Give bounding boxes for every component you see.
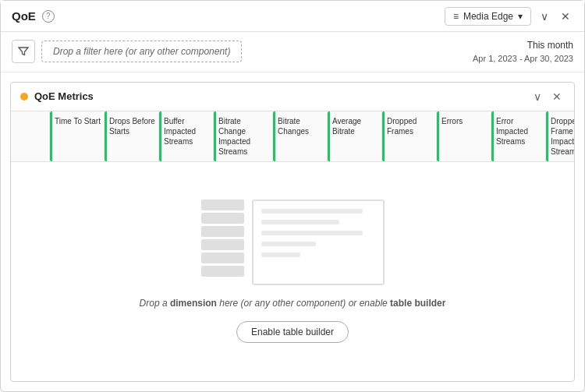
col-label: Errors <box>441 116 463 126</box>
panel-collapse-icon[interactable]: ∨ <box>530 89 544 104</box>
col-label: Time To Start <box>55 116 101 126</box>
filter-placeholder: Drop a filter here (or any other compone… <box>53 46 230 57</box>
empty-illustration <box>201 200 385 285</box>
filter-button[interactable] <box>12 40 35 63</box>
green-bar-icon <box>328 111 330 161</box>
panel-close-icon[interactable]: ✕ <box>549 89 565 104</box>
illus-right <box>252 200 385 285</box>
green-bar-icon <box>159 111 161 161</box>
builder-text: table builder <box>390 298 445 309</box>
date-range: Apr 1, 2023 - Apr 30, 2023 <box>473 52 573 65</box>
table-header-row: Time To Start Drops Before Starts Buffer… <box>11 111 574 162</box>
illus-row-1 <box>201 200 244 210</box>
illus-row-2 <box>201 213 244 224</box>
filter-drop-zone[interactable]: Drop a filter here (or any other compone… <box>41 41 242 62</box>
dropdown-chevron-icon: ▾ <box>518 11 523 22</box>
orange-dot-icon <box>20 93 28 101</box>
illus-line-1 <box>261 209 363 214</box>
col-label: Error Impacted Streams <box>496 116 542 147</box>
green-bar-icon <box>382 111 385 161</box>
col-label: Buffer Impacted Streams <box>164 116 210 147</box>
col-header-drops-before-starts: Drops Before Starts <box>105 111 159 161</box>
green-bar-icon <box>50 111 52 161</box>
date-period: This month <box>473 38 573 52</box>
green-bar-icon <box>437 111 439 161</box>
green-bar-icon <box>491 111 494 161</box>
qoe-metrics-panel: QoE Metrics ∨ ✕ Time To Start Drops Befo… <box>10 82 575 383</box>
col-label: Bitrate Change Impacted Streams <box>218 116 269 157</box>
col-header-bitrate-change-impacted: Bitrate Change Impacted Streams <box>214 111 273 161</box>
col-header-avg-bitrate: Average Bitrate <box>328 111 382 161</box>
app-window: QoE ? ≡ Media Edge ▾ ∨ ✕ Drop a filter h… <box>0 0 585 392</box>
illus-row-6 <box>201 266 244 277</box>
panel-title: QoE Metrics <box>34 90 94 102</box>
green-bar-icon <box>546 111 548 161</box>
filter-icon <box>18 46 29 57</box>
filter-left: Drop a filter here (or any other compone… <box>12 40 242 63</box>
col-header-empty <box>11 111 50 161</box>
date-info: This month Apr 1, 2023 - Apr 30, 2023 <box>473 38 573 65</box>
title-bar: QoE ? ≡ Media Edge ▾ ∨ ✕ <box>1 1 584 32</box>
col-header-dropped-frames: Dropped Frames <box>382 111 437 161</box>
empty-state-text: Drop a dimension here (or any other comp… <box>140 298 446 309</box>
col-label: Dropped Frame Impacted Streams <box>551 116 574 157</box>
illus-line-5 <box>261 253 300 257</box>
panel-title-area: QoE Metrics <box>20 90 94 102</box>
col-label: Bitrate Changes <box>278 116 324 136</box>
collapse-window-icon[interactable]: ∨ <box>537 7 551 26</box>
illus-row-5 <box>201 253 244 263</box>
col-header-time-to-start: Time To Start <box>50 111 105 161</box>
drop-text: Drop a <box>140 298 170 309</box>
col-header-bitrate-changes: Bitrate Changes <box>273 111 328 161</box>
dropdown-label: Media Edge <box>463 11 513 22</box>
illus-row-4 <box>201 239 244 250</box>
title-bar-left: QoE ? <box>12 9 55 23</box>
filter-bar: Drop a filter here (or any other compone… <box>1 32 584 72</box>
col-label: Dropped Frames <box>387 116 433 136</box>
col-header-errors: Errors <box>437 111 491 161</box>
col-header-buffer-impacted: Buffer Impacted Streams <box>159 111 214 161</box>
enable-table-builder-button[interactable]: Enable table builder <box>236 321 349 343</box>
middle-text: here (or any other component) or enable <box>217 298 390 309</box>
illus-line-4 <box>261 242 316 246</box>
empty-state: Drop a dimension here (or any other comp… <box>11 162 574 382</box>
illus-line-2 <box>261 220 339 224</box>
col-label: Average Bitrate <box>332 116 378 136</box>
green-bar-icon <box>214 111 216 161</box>
col-label: Drops Before Starts <box>109 116 155 136</box>
illus-line-3 <box>261 231 363 235</box>
dropdown-icon: ≡ <box>453 11 459 22</box>
app-title: QoE <box>12 9 36 23</box>
close-window-icon[interactable]: ✕ <box>558 7 573 26</box>
col-header-dropped-frame-impacted: Dropped Frame Impacted Streams <box>546 111 574 161</box>
col-header-error-impacted: Error Impacted Streams <box>491 111 546 161</box>
main-content: QoE Metrics ∨ ✕ Time To Start Drops Befo… <box>1 72 584 392</box>
media-edge-dropdown[interactable]: ≡ Media Edge ▾ <box>445 7 531 26</box>
green-bar-icon <box>273 111 275 161</box>
panel-header: QoE Metrics ∨ ✕ <box>11 83 574 111</box>
title-bar-right: ≡ Media Edge ▾ ∨ ✕ <box>445 7 573 26</box>
illus-left <box>201 200 244 285</box>
panel-controls: ∨ ✕ <box>530 89 565 104</box>
green-bar-icon <box>105 111 107 161</box>
dimension-text: dimension <box>170 298 217 309</box>
illus-row-3 <box>201 226 244 237</box>
help-icon[interactable]: ? <box>42 10 55 23</box>
